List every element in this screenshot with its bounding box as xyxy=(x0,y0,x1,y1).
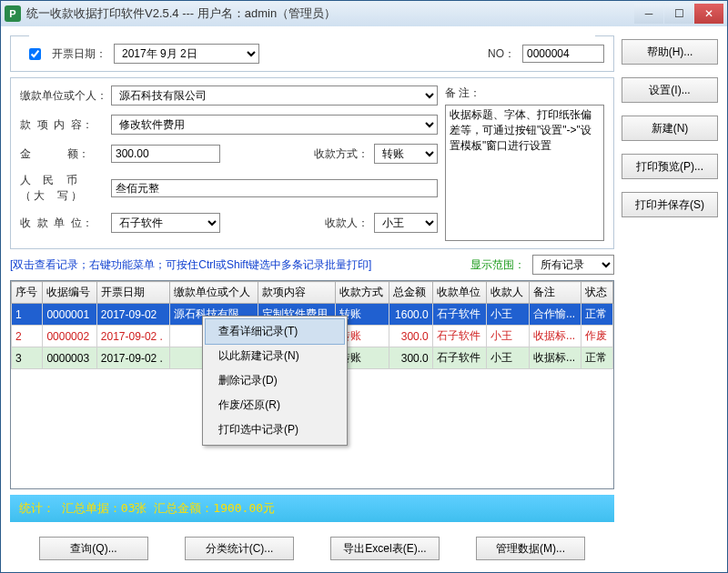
preview-button[interactable]: 打印预览(P)... xyxy=(622,154,718,179)
window-title: 统一收款收据打印软件V2.5.4 --- 用户名：admin（管理员） xyxy=(26,5,336,22)
payee-label: 收款人： xyxy=(325,216,369,231)
column-header[interactable]: 状态 xyxy=(581,282,613,304)
close-button[interactable]: ✕ xyxy=(694,4,723,24)
print-save-button[interactable]: 打印并保存(S) xyxy=(622,192,718,217)
stats-bar: 统计： 汇总单据：03张 汇总金额：1900.00元 xyxy=(10,495,614,522)
paytype-select[interactable]: 转账 xyxy=(374,144,438,164)
column-header[interactable]: 收据编号 xyxy=(43,282,96,304)
titlebar: P 统一收款收据打印软件V2.5.4 --- 用户名：admin（管理员） ─ … xyxy=(1,1,727,26)
no-field[interactable] xyxy=(522,45,604,63)
payee-unit-select[interactable]: 石子软件 xyxy=(111,213,220,233)
range-label: 显示范围： xyxy=(470,257,525,273)
help-button[interactable]: 帮助(H)... xyxy=(622,39,718,65)
payee-unit-label: 收 款 单 位： xyxy=(20,216,106,231)
column-header[interactable]: 开票日期 xyxy=(96,282,169,304)
new-button[interactable]: 新建(N) xyxy=(622,116,718,141)
rmb-label: 人 民 币 （ 大 写 ） xyxy=(20,173,106,204)
column-header[interactable]: 收款方式 xyxy=(335,282,389,304)
payer-label: 缴款单位或个人： xyxy=(20,88,106,104)
item-label: 款 项 内 容： xyxy=(20,117,106,133)
column-header[interactable]: 款项内容 xyxy=(258,282,335,304)
date-select[interactable]: 2017年 9月 2日 xyxy=(114,44,259,64)
date-label: 开票日期： xyxy=(52,46,106,62)
classify-button[interactable]: 分类统计(C)... xyxy=(185,537,294,560)
settings-button[interactable]: 设置(I)... xyxy=(622,77,718,103)
app-window: P 统一收款收据打印软件V2.5.4 --- 用户名：admin（管理员） ─ … xyxy=(0,0,728,573)
date-checkbox[interactable] xyxy=(29,48,41,60)
no-label: NO： xyxy=(488,46,515,62)
column-header[interactable]: 收款人 xyxy=(487,282,530,304)
manage-button[interactable]: 管理数据(M)... xyxy=(476,537,585,560)
column-header[interactable]: 收款单位 xyxy=(432,282,486,304)
remark-textarea[interactable]: 收据标题、字体、打印纸张偏差等，可通过按钮"设置"->"设置模板"窗口进行设置 xyxy=(445,105,604,241)
column-header[interactable]: 缴款单位或个人 xyxy=(170,282,258,304)
payer-select[interactable]: 源石科技有限公司 xyxy=(111,85,438,106)
paytype-label: 收款方式： xyxy=(314,146,369,162)
amount-field[interactable] xyxy=(111,145,220,163)
query-button[interactable]: 查询(Q)... xyxy=(39,537,148,560)
context-menu-item[interactable]: 查看详细记录(T) xyxy=(205,318,345,345)
remark-label: 备 注： xyxy=(445,85,604,101)
export-button[interactable]: 导出Excel表(E)... xyxy=(330,537,440,560)
column-header[interactable]: 总金额 xyxy=(389,282,433,304)
column-header[interactable]: 序号 xyxy=(12,282,43,304)
context-menu: 查看详细记录(T)以此新建记录(N)删除记录(D)作废/还原(R)打印选中记录(… xyxy=(202,316,348,446)
form-frame: 缴款单位或个人： 源石科技有限公司 款 项 内 容： 修改软件费用 金 额： 收… xyxy=(10,77,614,249)
context-menu-item[interactable]: 删除记录(D) xyxy=(206,368,344,393)
context-menu-item[interactable]: 打印选中记录(P) xyxy=(206,417,344,442)
context-menu-item[interactable]: 以此新建记录(N) xyxy=(206,344,344,368)
payee-select[interactable]: 小王 xyxy=(374,213,438,233)
amount-label: 金 额： xyxy=(20,146,106,162)
header-frame: 开票日期： 2017年 9月 2日 NO： xyxy=(10,35,614,72)
maximize-button[interactable]: ☐ xyxy=(664,4,693,24)
app-icon: P xyxy=(5,5,21,22)
context-menu-item[interactable]: 作废/还原(R) xyxy=(206,393,344,417)
records-table[interactable]: 序号收据编号开票日期缴款单位或个人款项内容收款方式总金额收款单位收款人备注状态 … xyxy=(10,280,614,489)
rmb-field[interactable] xyxy=(111,179,438,197)
column-header[interactable]: 备注 xyxy=(530,282,581,304)
range-select[interactable]: 所有记录 xyxy=(532,255,614,275)
item-select[interactable]: 修改软件费用 xyxy=(111,115,438,135)
minimize-button[interactable]: ─ xyxy=(634,4,663,24)
list-hint: [双击查看记录；右键功能菜单；可按住Ctrl或Shift键选中多条记录批量打印] xyxy=(10,257,371,273)
